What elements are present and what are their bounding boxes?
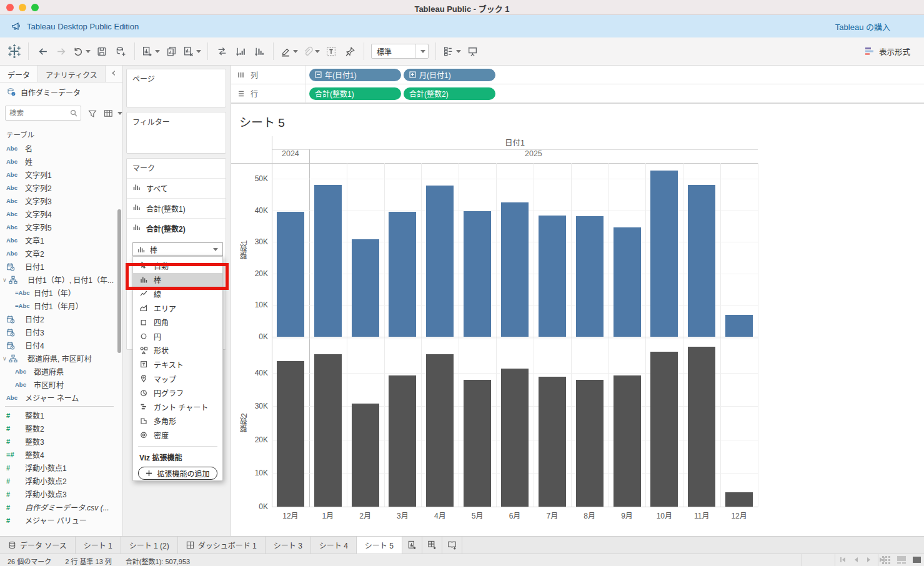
field-item[interactable]: 日付3 [0,325,119,339]
expander-icon[interactable]: ∨ [2,355,9,362]
datasource-connection[interactable]: 自作ダミーデータ [0,82,122,101]
view-grid-icon[interactable] [104,109,114,118]
bar-mark[interactable] [725,315,753,337]
field-item[interactable]: Abc市区町村 [0,378,119,391]
month-header-3[interactable]: 2月 [347,510,384,522]
field-item[interactable]: Abc都道府県 [0,365,119,378]
clear-sheet-caret-icon[interactable] [196,50,201,53]
month-header-2[interactable]: 1月 [309,510,347,522]
mark-type-select[interactable]: 棒 [132,242,223,256]
tableau-logo-button[interactable] [5,41,24,61]
expander-icon[interactable]: ∨ [2,277,9,283]
duplicate-sheet-button[interactable] [162,41,181,61]
fit-caret-icon[interactable] [415,44,428,58]
sheet-tab-シート 4[interactable]: シート 4 [311,537,357,554]
bar-mark[interactable] [501,202,529,337]
back-arrow-button[interactable] [33,41,52,61]
new-worksheet-button[interactable] [139,41,162,61]
add-data-button[interactable] [111,41,130,61]
swap-axes-button[interactable] [212,41,231,61]
filters-card[interactable]: フィルター [126,112,226,154]
mark-type-option-area[interactable]: エリア [133,301,222,315]
collapse-pane-button[interactable] [110,66,122,82]
pin-button[interactable] [340,41,359,61]
month-header-7[interactable]: 6月 [496,510,534,522]
field-item[interactable]: Abc文字列4 [0,207,119,221]
sheet-tab-シート 1 (2)[interactable]: シート 1 (2) [121,537,178,554]
bar-mark[interactable] [614,227,641,337]
pages-card[interactable]: ページ [126,69,226,107]
month-header-8[interactable]: 7月 [534,510,571,522]
month-header-10[interactable]: 9月 [609,510,646,522]
month-header-12[interactable]: 11月 [683,510,720,522]
sheet-tab-ダッシュボード 1[interactable]: ダッシュボード 1 [178,537,266,554]
mark-type-option-map[interactable]: マップ [133,372,222,386]
sheet-tab-シート 5[interactable]: シート 5 [357,537,402,554]
plus-box-icon[interactable] [409,71,416,78]
bar-mark[interactable] [539,216,566,337]
fit-select[interactable]: 標準 [371,44,429,59]
field-item[interactable]: =Abc日付1（年） [0,286,119,299]
bar-mark[interactable] [277,212,304,337]
month-header-9[interactable]: 8月 [571,510,609,522]
month-header-5[interactable]: 4月 [421,510,459,522]
filmstrip-view-icon[interactable] [912,555,922,565]
mark-type-option-text[interactable]: テキスト [133,357,222,372]
month-header-6[interactable]: 5月 [459,510,496,522]
mark-type-option-gantt[interactable]: ガント チャート [133,400,222,414]
row-pill[interactable]: 合計(整数1) [309,87,401,100]
field-item[interactable]: Abc文字列1 [0,168,119,181]
presentation-mode-button[interactable] [463,41,482,61]
sheet-sorter-view-icon[interactable] [897,555,907,565]
field-item[interactable]: #浮動小数点2 [0,474,119,487]
data-pane-scrollbar[interactable] [117,209,121,353]
month-header-1[interactable]: 12月 [272,510,309,522]
mark-type-option-pie[interactable]: 円グラフ [133,385,222,400]
bar-mark[interactable] [650,171,678,337]
new-worksheet-caret-icon[interactable] [155,50,160,53]
bar-mark[interactable] [426,186,454,337]
bar-mark[interactable] [389,375,416,507]
mark-type-option-density[interactable]: 密度 [133,428,222,442]
year-header-2025[interactable]: 2025 [309,149,758,162]
minus-box-icon[interactable] [315,71,322,78]
pager-prev-icon[interactable] [852,556,860,565]
bar-mark[interactable] [314,354,342,507]
sheet-tab-シート 1[interactable]: シート 1 [76,537,121,554]
search-input[interactable] [9,108,69,118]
bar-mark[interactable] [352,404,379,507]
sort-descending-button[interactable] [250,41,269,61]
marks-card-row[interactable]: 合計(整数2) [127,218,226,238]
bar-mark[interactable] [725,492,753,507]
column-pill[interactable]: 年(日付1) [309,69,401,81]
bar-mark[interactable] [688,185,715,337]
mark-labels-button[interactable] [440,41,463,61]
new-dashboard-btn[interactable] [422,537,442,554]
bar-mark[interactable] [389,212,416,337]
bar-mark[interactable] [539,377,566,507]
field-item[interactable]: Abc姓 [0,155,119,168]
bar-mark[interactable] [576,380,604,507]
mark-type-option-square[interactable]: 四角 [133,315,222,329]
mark-type-option-bar[interactable]: 棒 [133,273,222,287]
field-item[interactable]: Abc文章2 [0,247,119,260]
field-item[interactable]: =#整数4 [0,448,119,461]
field-item[interactable]: #整数3 [0,435,119,448]
filter-fields-icon[interactable] [87,109,97,118]
column-pill[interactable]: 月(日付1) [404,69,495,81]
field-item[interactable]: 日付4 [0,339,119,352]
buy-tableau-link[interactable]: Tableau の購入 [835,21,890,32]
field-item[interactable]: ∨都道府県, 市区町村 [0,352,119,365]
sheet-tab-データ ソース[interactable]: データ ソース [0,537,76,554]
search-box[interactable] [5,106,81,121]
mark-type-option-circle[interactable]: 円 [133,329,222,344]
sort-ascending-button[interactable] [231,41,250,61]
bar-mark[interactable] [650,352,678,507]
marks-card-row[interactable]: すべて [127,178,226,198]
field-item[interactable]: =Abc日付1（年月） [0,299,119,312]
bar-mark[interactable] [464,380,491,507]
month-header-13[interactable]: 12月 [720,510,758,522]
bar-mark[interactable] [277,361,304,507]
paperclip-button[interactable] [300,41,322,61]
field-item[interactable]: 日付2 [0,312,119,325]
